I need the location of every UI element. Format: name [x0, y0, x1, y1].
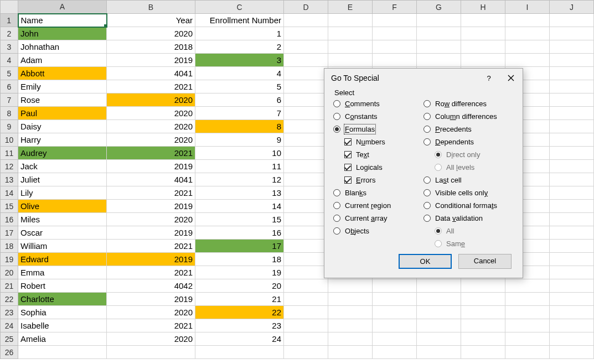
- cell[interactable]: 23: [195, 319, 284, 332]
- cell[interactable]: [461, 346, 505, 359]
- row-header[interactable]: 16: [1, 213, 18, 226]
- cell[interactable]: William: [18, 240, 107, 253]
- cell[interactable]: [505, 293, 550, 306]
- row-header[interactable]: 24: [1, 319, 18, 332]
- cell[interactable]: [284, 173, 328, 186]
- cell[interactable]: 2019: [107, 200, 195, 213]
- cell[interactable]: 8: [195, 120, 284, 133]
- cell[interactable]: [284, 80, 328, 93]
- cell[interactable]: 3: [195, 54, 284, 67]
- cell[interactable]: [284, 133, 328, 147]
- cell[interactable]: [550, 319, 594, 332]
- cell[interactable]: 2: [195, 40, 284, 54]
- cell[interactable]: [328, 279, 373, 293]
- option-last-cell[interactable]: Last cell: [423, 175, 514, 185]
- cell[interactable]: 2021: [107, 319, 195, 332]
- cell[interactable]: [550, 200, 594, 213]
- cell[interactable]: [550, 14, 594, 27]
- cell[interactable]: 2020: [107, 306, 195, 319]
- cell[interactable]: [550, 107, 594, 120]
- cell[interactable]: [417, 27, 461, 40]
- column-header-F[interactable]: F: [373, 1, 417, 14]
- cell[interactable]: 17: [195, 240, 284, 253]
- row-header[interactable]: 6: [1, 80, 18, 93]
- cell[interactable]: 15: [195, 213, 284, 226]
- cell[interactable]: [550, 27, 594, 40]
- cell[interactable]: [284, 253, 328, 266]
- cell[interactable]: [373, 279, 417, 293]
- cell[interactable]: [550, 253, 594, 266]
- cell[interactable]: 2021: [107, 266, 195, 279]
- cell[interactable]: [284, 27, 328, 40]
- cell[interactable]: [505, 27, 550, 40]
- cell[interactable]: [284, 14, 328, 27]
- option-cond-formats[interactable]: Conditional formats: [423, 201, 514, 210]
- cell[interactable]: Isabelle: [18, 319, 107, 332]
- cell[interactable]: [417, 346, 461, 359]
- cell[interactable]: 2020: [107, 213, 195, 226]
- option-blanks[interactable]: Blanks: [333, 188, 423, 197]
- cell[interactable]: [328, 293, 373, 306]
- cell[interactable]: [461, 14, 505, 27]
- cell[interactable]: 2021: [107, 147, 195, 160]
- cell[interactable]: [461, 332, 505, 346]
- cell[interactable]: 2019: [107, 293, 195, 306]
- cell[interactable]: [550, 240, 594, 253]
- cell[interactable]: [328, 14, 373, 27]
- cell[interactable]: 2021: [107, 186, 195, 200]
- cell[interactable]: [284, 54, 328, 67]
- cell[interactable]: [550, 332, 594, 346]
- cell[interactable]: [328, 40, 373, 54]
- row-header[interactable]: 20: [1, 266, 18, 279]
- cell[interactable]: [505, 279, 550, 293]
- option-current-region[interactable]: Current region: [333, 201, 423, 210]
- row-header[interactable]: 17: [1, 226, 18, 240]
- cell[interactable]: Harry: [18, 133, 107, 147]
- cell[interactable]: [550, 266, 594, 279]
- row-header[interactable]: 5: [1, 67, 18, 80]
- cell[interactable]: [373, 332, 417, 346]
- column-header-I[interactable]: I: [505, 1, 550, 14]
- row-header[interactable]: 26: [1, 346, 18, 359]
- row-header[interactable]: 22: [1, 293, 18, 306]
- cell[interactable]: [195, 346, 284, 359]
- cell[interactable]: [284, 279, 328, 293]
- cell[interactable]: John: [18, 27, 107, 40]
- cell[interactable]: [328, 306, 373, 319]
- row-header[interactable]: 13: [1, 173, 18, 186]
- cell[interactable]: [284, 93, 328, 107]
- cell[interactable]: [505, 54, 550, 67]
- cell[interactable]: 7: [195, 107, 284, 120]
- cell[interactable]: [328, 27, 373, 40]
- cell[interactable]: 13: [195, 186, 284, 200]
- row-header[interactable]: 8: [1, 107, 18, 120]
- cell[interactable]: 2019: [107, 54, 195, 67]
- row-header[interactable]: 3: [1, 40, 18, 54]
- option-col-diff[interactable]: Column differences: [423, 112, 514, 121]
- cell[interactable]: [107, 346, 195, 359]
- cell[interactable]: [417, 54, 461, 67]
- cell[interactable]: [284, 120, 328, 133]
- row-header[interactable]: 15: [1, 200, 18, 213]
- row-header[interactable]: 19: [1, 253, 18, 266]
- cell[interactable]: Paul: [18, 107, 107, 120]
- option-formulas[interactable]: Formulas: [333, 124, 423, 134]
- cell[interactable]: [373, 306, 417, 319]
- cell[interactable]: [373, 346, 417, 359]
- cell[interactable]: [417, 293, 461, 306]
- row-header[interactable]: 21: [1, 279, 18, 293]
- cell[interactable]: 1: [195, 27, 284, 40]
- option-numbers[interactable]: Numbers: [344, 137, 423, 147]
- cell[interactable]: [284, 306, 328, 319]
- cell[interactable]: [328, 54, 373, 67]
- cell[interactable]: [373, 40, 417, 54]
- cell[interactable]: [550, 160, 594, 173]
- cell[interactable]: Year: [107, 14, 195, 27]
- cell[interactable]: 24: [195, 332, 284, 346]
- row-header[interactable]: 4: [1, 54, 18, 67]
- cell[interactable]: [461, 54, 505, 67]
- cell[interactable]: 2020: [107, 120, 195, 133]
- cell[interactable]: [550, 293, 594, 306]
- cell[interactable]: Rose: [18, 93, 107, 107]
- column-header-D[interactable]: D: [284, 1, 328, 14]
